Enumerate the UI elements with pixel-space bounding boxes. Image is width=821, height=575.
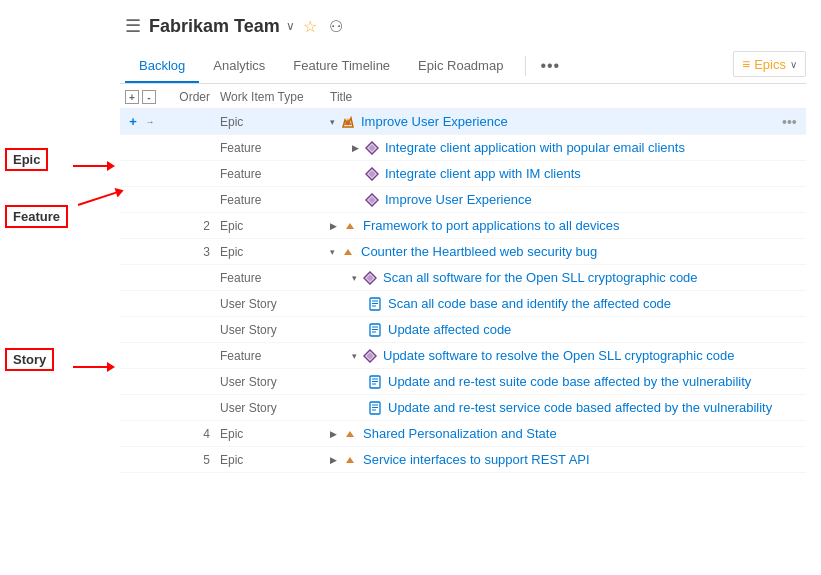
table-row[interactable]: User Story Scan all code base and identi…	[120, 291, 806, 317]
row-order: 2	[170, 219, 220, 233]
backlog-table: + - Order Work Item Type Title + → Epic	[120, 84, 806, 575]
row-expand-cell: + →	[120, 114, 170, 130]
row-title-link[interactable]: Improve User Experience	[361, 114, 508, 129]
row-title-link[interactable]: Scan all code base and identify the affe…	[388, 296, 671, 311]
row-title-link[interactable]: Framework to port applications to all de…	[363, 218, 620, 233]
chevron-right-icon: ▶	[352, 143, 359, 153]
row-order: 3	[170, 245, 220, 259]
story-arrow	[73, 362, 115, 372]
tab-feature-timeline[interactable]: Feature Timeline	[279, 50, 404, 83]
person-group-icon[interactable]: ⚇	[329, 17, 343, 36]
add-child-button[interactable]: +	[125, 114, 141, 130]
row-title-link[interactable]: Shared Personalization and State	[363, 426, 557, 441]
more-options-button[interactable]: •••	[534, 49, 566, 83]
chevron-right-icon: ▶	[352, 195, 359, 205]
row-title-link[interactable]: Integrate client app with IM clients	[385, 166, 581, 181]
row-expand-button[interactable]: →	[143, 115, 157, 129]
table-row[interactable]: 5 Epic ▶ Service interfaces to support R…	[120, 447, 806, 473]
title-dropdown-icon[interactable]: ∨	[286, 19, 295, 33]
chevron-down-icon: ▾	[352, 351, 357, 361]
row-title-link[interactable]: Integrate client application with popula…	[385, 140, 685, 155]
row-type: User Story	[220, 297, 330, 311]
row-title-link[interactable]: Update affected code	[388, 322, 511, 337]
table-row[interactable]: Feature ▶ Integrate client application w…	[120, 135, 806, 161]
table-row[interactable]: Feature ▶ Improve User Experience	[120, 187, 806, 213]
row-type: Epic	[220, 115, 330, 129]
tab-epic-roadmap[interactable]: Epic Roadmap	[404, 50, 517, 83]
nav-separator	[525, 56, 526, 76]
table-row[interactable]: 3 Epic ▾ Counter the Heartbleed web secu…	[120, 239, 806, 265]
row-title-link[interactable]: Improve User Experience	[385, 192, 532, 207]
row-title-link[interactable]: Update and re-test service code based af…	[388, 400, 772, 415]
row-title-cell: ▶ Improve User Experience	[330, 192, 806, 207]
table-row[interactable]: User Story Update affected code	[120, 317, 806, 343]
chevron-down-icon: ▾	[330, 117, 335, 127]
row-title-cell: Scan all code base and identify the affe…	[330, 296, 806, 311]
row-title-cell: ▾ Counter the Heartbleed web security bu…	[330, 244, 806, 259]
row-type: User Story	[220, 401, 330, 415]
row-title-cell: ▾ Scan all software for the Open SLL cry…	[330, 270, 806, 285]
table-row[interactable]: 4 Epic ▶ Shared Personalization and Stat…	[120, 421, 806, 447]
table-row[interactable]: User Story Update and re-test service co…	[120, 395, 806, 421]
favorite-star-icon[interactable]: ☆	[303, 17, 317, 36]
row-title-link[interactable]: Counter the Heartbleed web security bug	[361, 244, 597, 259]
row-type: Epic	[220, 453, 330, 467]
row-title-link[interactable]: Update software to resolve the Open SLL …	[383, 348, 734, 363]
table-row[interactable]: Feature ▾ Update software to resolve the…	[120, 343, 806, 369]
table-row[interactable]: Feature ▶ Integrate client app with IM c…	[120, 161, 806, 187]
epic-label: Epic	[5, 148, 48, 171]
type-col-header: Work Item Type	[220, 90, 330, 104]
chevron-right-icon: ▶	[330, 429, 337, 439]
feature-type-icon	[365, 193, 379, 207]
tab-analytics[interactable]: Analytics	[199, 50, 279, 83]
epic-type-icon	[343, 219, 357, 233]
expand-all-button[interactable]: +	[125, 90, 139, 104]
row-type: Feature	[220, 349, 330, 363]
row-title-cell: ▶ Shared Personalization and State	[330, 426, 806, 441]
epic-type-icon	[343, 453, 357, 467]
epic-arrow-head	[107, 161, 115, 171]
row-title-link[interactable]: Service interfaces to support REST API	[363, 452, 590, 467]
page-title: Fabrikam Team	[149, 16, 280, 37]
chevron-right-icon: ▶	[352, 169, 359, 179]
epics-button[interactable]: ≡ Epics ∨	[733, 51, 806, 77]
feature-type-icon	[365, 141, 379, 155]
story-type-icon	[368, 375, 382, 389]
row-title-cell: ▾ Improve User Experience •••	[330, 114, 806, 130]
epics-list-icon: ≡	[742, 56, 750, 72]
row-type: Feature	[220, 141, 330, 155]
row-type: Feature	[220, 271, 330, 285]
row-title-cell: ▶ Integrate client application with popu…	[330, 140, 806, 155]
row-title-link[interactable]: Update and re-test suite code base affec…	[388, 374, 751, 389]
epic-type-icon	[341, 115, 355, 129]
chevron-right-icon: ▶	[330, 455, 337, 465]
tab-backlog[interactable]: Backlog	[125, 50, 199, 83]
row-title-cell: ▶ Framework to port applications to all …	[330, 218, 806, 233]
row-title-link[interactable]: Scan all software for the Open SLL crypt…	[383, 270, 698, 285]
feature-type-icon	[363, 349, 377, 363]
row-type: User Story	[220, 323, 330, 337]
feature-type-icon	[363, 271, 377, 285]
story-type-icon	[368, 297, 382, 311]
epic-type-icon	[343, 427, 357, 441]
row-type: Epic	[220, 427, 330, 441]
table-row[interactable]: + → Epic ▾ Improve User Experience	[120, 109, 806, 135]
row-title-cell: Update affected code	[330, 322, 806, 337]
row-type: Feature	[220, 193, 330, 207]
table-row[interactable]: User Story Update and re-test suite code…	[120, 369, 806, 395]
page-header: ☰ Fabrikam Team ∨ ☆ ⚇	[120, 15, 806, 37]
main-content: ☰ Fabrikam Team ∨ ☆ ⚇ Backlog Analytics …	[110, 0, 821, 575]
table-row[interactable]: Feature ▾ Scan all software for the Open…	[120, 265, 806, 291]
chevron-right-icon: ▶	[330, 221, 337, 231]
story-label: Story	[5, 348, 54, 371]
chevron-down-icon: ▾	[330, 247, 335, 257]
collapse-all-button[interactable]: -	[142, 90, 156, 104]
table-row[interactable]: 2 Epic ▶ Framework to port applications …	[120, 213, 806, 239]
expand-col-header: + -	[120, 90, 170, 104]
table-header-row: + - Order Work Item Type Title	[120, 84, 806, 109]
epics-dropdown-icon: ∨	[790, 59, 797, 70]
row-title-cell: ▶ Service interfaces to support REST API	[330, 452, 806, 467]
row-title-cell: ▾ Update software to resolve the Open SL…	[330, 348, 806, 363]
order-col-header: Order	[170, 90, 220, 104]
row-more-button[interactable]: •••	[782, 114, 806, 130]
